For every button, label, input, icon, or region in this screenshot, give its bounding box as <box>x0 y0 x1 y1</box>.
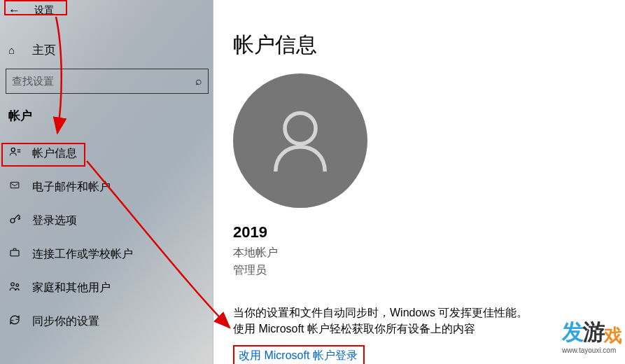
briefcase-icon <box>8 247 25 261</box>
sidebar-item-label: 同步你的设置 <box>32 314 99 329</box>
site-logo: 发游戏 www.tayouxi.com <box>562 317 621 354</box>
sidebar-item-email[interactable]: 电子邮件和帐户 <box>0 170 213 204</box>
account-role: 管理员 <box>233 263 625 278</box>
sync-icon <box>8 314 25 329</box>
family-icon <box>8 280 25 295</box>
sidebar-item-signin-options[interactable]: 登录选项 <box>0 204 213 237</box>
sidebar-menu: 帐户信息 电子邮件和帐户 登录选项 连接工作或学校帐户 家庭和其他用户 <box>0 136 213 338</box>
annotation-box-ms-link: 改用 Microsoft 帐户登录 <box>233 345 365 364</box>
search-input[interactable]: 查找设置 ⌕ <box>6 69 209 94</box>
annotation-box-settings <box>4 0 67 15</box>
username: 2019 <box>233 223 625 241</box>
svg-point-8 <box>285 113 316 144</box>
sidebar: ← 设置 ⌂ 主页 查找设置 ⌕ 帐户 帐户信息 电子邮件和帐户 登录选项 <box>0 0 213 364</box>
svg-point-4 <box>10 218 15 223</box>
annotation-box-account-info <box>1 143 85 167</box>
svg-rect-5 <box>10 251 19 256</box>
home-nav[interactable]: ⌂ 主页 <box>0 41 213 59</box>
account-type: 本地帐户 <box>233 246 625 260</box>
svg-rect-3 <box>10 182 19 188</box>
search-icon: ⌕ <box>195 75 202 88</box>
logo-url: www.tayouxi.com <box>562 346 621 354</box>
avatar <box>233 74 367 208</box>
page-title: 帐户信息 <box>233 31 625 59</box>
sidebar-section-title: 帐户 <box>8 108 213 124</box>
svg-point-6 <box>11 283 15 286</box>
sidebar-item-family[interactable]: 家庭和其他用户 <box>0 271 213 304</box>
sidebar-item-label: 登录选项 <box>32 214 77 228</box>
mail-icon <box>8 181 25 193</box>
sidebar-item-label: 家庭和其他用户 <box>32 281 111 295</box>
sidebar-item-sync[interactable]: 同步你的设置 <box>0 304 213 338</box>
home-icon: ⌂ <box>8 44 21 56</box>
home-label: 主页 <box>32 42 56 58</box>
svg-point-7 <box>16 284 19 287</box>
search-placeholder: 查找设置 <box>12 75 54 88</box>
main-content: 帐户信息 2019 本地帐户 管理员 当你的设置和文件自动同步时，Windows… <box>213 0 625 364</box>
sidebar-item-work-school[interactable]: 连接工作或学校帐户 <box>0 237 213 271</box>
switch-to-microsoft-account-link[interactable]: 改用 Microsoft 帐户登录 <box>239 349 358 361</box>
key-icon <box>8 213 25 228</box>
avatar-person-icon <box>262 102 339 179</box>
sidebar-item-label: 连接工作或学校帐户 <box>32 247 133 262</box>
sidebar-item-label: 电子邮件和帐户 <box>32 180 111 195</box>
logo-char-1: 发 <box>562 317 583 348</box>
logo-char-2: 游 <box>583 317 604 348</box>
logo-char-3: 戏 <box>604 323 621 348</box>
